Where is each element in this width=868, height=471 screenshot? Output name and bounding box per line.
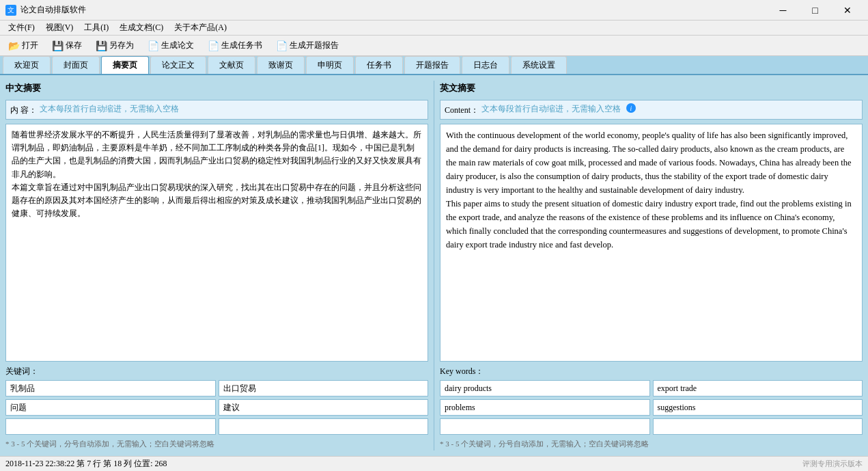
app-title: 论文自动排版软件 [20,4,768,16]
tab-declaration[interactable]: 申明页 [306,56,354,74]
generate-task-label: 生成任务书 [221,40,262,51]
english-keywords-hint: * 3 - 5 个关键词，分号自动添加，无需输入；空白关键词将忽略 [440,438,863,450]
tab-cover[interactable]: 封面页 [52,56,100,74]
generate-paper-icon: 📄 [148,40,159,51]
save-as-icon: 💾 [96,40,107,51]
menu-tools[interactable]: 工具(I) [79,21,114,35]
menu-generate-doc[interactable]: 生成文档(C) [114,21,169,35]
close-button[interactable]: ✕ [832,0,863,21]
tab-bar: 欢迎页 封面页 摘要页 论文正文 文献页 致谢页 申明页 任务书 开题报告 日志… [0,56,868,75]
save-label: 保存 [66,40,82,51]
chinese-keyword-1[interactable] [5,380,216,396]
generate-paper-button[interactable]: 📄 生成论文 [143,38,198,53]
english-content-label: Content： [445,103,479,116]
chinese-content-header: 内 容： 文本每段首行自动缩进，无需输入空格 [5,100,428,120]
generate-proposal-icon: 📄 [276,40,288,51]
chinese-abstract-text[interactable]: 随着世界经济发展水平的不断提升，人民生活质量得到了显著改善，对乳制品的需求量也与… [5,124,428,362]
english-keywords-label: Key words： [440,366,863,377]
tab-abstract[interactable]: 摘要页 [101,56,149,74]
generate-proposal-label: 生成开题报告 [290,40,339,51]
chinese-keywords-section: 关键词： * 3 - 5 个关键词，分号自动添加，无需输入；空白关键词将忽略 [5,366,428,450]
save-as-button[interactable]: 💾 另存为 [92,38,138,53]
generate-proposal-button[interactable]: 📄 生成开题报告 [272,38,343,53]
chinese-keyword-2[interactable] [219,380,429,396]
english-abstract-title: 英文摘要 [440,81,863,96]
tab-acknowledgement[interactable]: 致谢页 [257,56,305,74]
generate-task-button[interactable]: 📄 生成任务书 [204,38,266,53]
open-button[interactable]: 📂 打开 [4,38,42,53]
english-keyword-5[interactable] [440,418,650,435]
minimize-button[interactable]: ─ [768,0,798,21]
english-keywords-section: Key words： * 3 - 5 个关键词，分号自动添加，无需输入；空白关键… [440,366,863,450]
tab-references[interactable]: 文献页 [208,56,255,74]
save-icon: 💾 [52,40,64,51]
english-content-hint[interactable]: 文本每段首行自动缩进，无需输入空格 [481,103,621,115]
main-content: 中文摘要 内 容： 文本每段首行自动缩进，无需输入空格 随着世界经济发展水平的不… [0,75,868,456]
generate-task-icon: 📄 [208,40,219,51]
english-keyword-1[interactable] [440,380,650,396]
panel-divider [434,81,434,450]
status-bar: 2018-11-23 22:38:22 第 7 行 第 18 列 位置: 268… [0,456,868,471]
chinese-content-label: 内 容： [10,103,37,116]
info-icon[interactable]: i [626,103,636,113]
menu-about[interactable]: 关于本产品(A) [169,21,232,35]
chinese-abstract-title: 中文摘要 [5,81,428,96]
chinese-keywords-hint: * 3 - 5 个关键词，分号自动添加，无需输入；空白关键词将忽略 [5,438,428,450]
chinese-keyword-5[interactable] [5,418,216,435]
title-bar: 文 论文自动排版软件 ─ □ ✕ [0,0,868,21]
chinese-content-hint[interactable]: 文本每段首行自动缩进，无需输入空格 [40,103,179,115]
app-icon: 文 [5,5,16,16]
generate-paper-label: 生成论文 [161,40,194,51]
english-keyword-4[interactable] [653,399,863,416]
open-icon: 📂 [8,40,20,51]
save-as-label: 另存为 [109,40,134,51]
open-label: 打开 [22,40,38,51]
english-abstract-text[interactable]: With the continuous development of the w… [440,124,863,362]
chinese-keyword-4[interactable] [219,399,429,416]
chinese-keywords-label: 关键词： [5,366,428,377]
chinese-abstract-panel: 中文摘要 内 容： 文本每段首行自动缩进，无需输入空格 随着世界经济发展水平的不… [5,81,428,450]
maximize-button[interactable]: □ [800,0,830,21]
english-content-header: Content： 文本每段首行自动缩进，无需输入空格 i [440,100,863,120]
window-controls: ─ □ ✕ [768,0,863,21]
menu-file[interactable]: 文件(F) [3,21,40,35]
tab-body[interactable]: 论文正文 [150,56,206,74]
save-button[interactable]: 💾 保存 [48,38,86,53]
status-info: 2018-11-23 22:38:22 第 7 行 第 18 列 位置: 268 [5,458,167,470]
tab-log[interactable]: 日志台 [462,56,509,74]
chinese-keyword-6[interactable] [219,418,429,435]
menu-view[interactable]: 视图(V) [40,21,79,35]
tab-proposal[interactable]: 开题报告 [404,56,460,74]
tab-welcome[interactable]: 欢迎页 [3,56,51,74]
tab-taskbook[interactable]: 任务书 [355,56,403,74]
toolbar: 📂 打开 💾 保存 💾 另存为 📄 生成论文 📄 生成任务书 📄 生成开题报告 [0,36,868,56]
chinese-keyword-3[interactable] [5,399,216,416]
english-keyword-2[interactable] [653,380,863,396]
chinese-keywords-grid [5,380,428,435]
english-keyword-6[interactable] [653,418,863,435]
watermark-text: 评测专用演示版本 [802,459,863,469]
tab-settings[interactable]: 系统设置 [511,56,567,74]
english-abstract-panel: 英文摘要 Content： 文本每段首行自动缩进，无需输入空格 i With t… [440,81,863,450]
menu-bar: 文件(F) 视图(V) 工具(I) 生成文档(C) 关于本产品(A) [0,21,868,36]
english-keyword-3[interactable] [440,399,650,416]
english-keywords-grid [440,380,863,435]
